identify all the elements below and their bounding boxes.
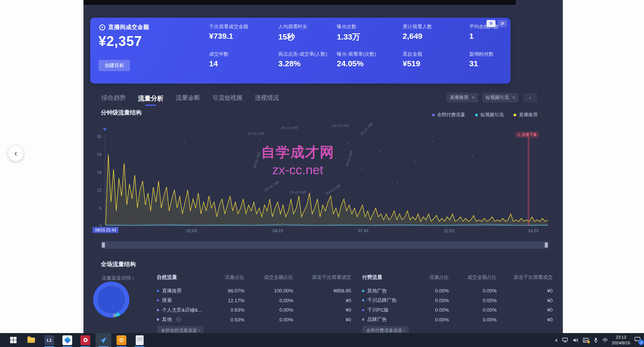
app-pointer-icon[interactable] bbox=[95, 333, 111, 347]
volume-icon[interactable] bbox=[573, 338, 579, 343]
paid-cell: 0.00% bbox=[449, 307, 497, 313]
natural-header: 自然流量流量占比成交金额占比渠道千次观看成交 bbox=[157, 273, 351, 282]
metric-5: 成交件数14 bbox=[209, 51, 273, 68]
paid-cell: 0.00% bbox=[449, 298, 497, 303]
table-row: 直播推荐86.07%100.00%¥858.65 bbox=[157, 286, 351, 296]
tab-0[interactable]: 综合趋势 bbox=[102, 94, 126, 106]
tab-2[interactable]: 流量诊断 bbox=[176, 94, 200, 106]
action-center-icon[interactable]: 3 bbox=[634, 336, 641, 344]
help-icon[interactable]: ? bbox=[176, 317, 181, 322]
natural-cell: 0.00% bbox=[244, 317, 293, 323]
paid-row-name: 品牌广告 bbox=[362, 316, 417, 323]
taskbar-clock[interactable]: 23:13 2024/8/16 bbox=[612, 335, 630, 345]
tab-4[interactable]: 违规情况 bbox=[255, 94, 279, 106]
traffic-donut-chart bbox=[93, 282, 129, 318]
y-tick-label: 6 bbox=[89, 206, 102, 210]
screenshot-tool-icon[interactable] bbox=[583, 338, 589, 343]
natural-cell: 0.00% bbox=[244, 307, 293, 313]
metric-label: 新增粉丝数 bbox=[469, 51, 533, 58]
filter-chip-0[interactable]: 直播推荐✕ bbox=[447, 93, 478, 102]
ime-indicator[interactable]: 中 bbox=[603, 337, 608, 344]
paid-row-label: 千川品牌广告 bbox=[367, 297, 397, 304]
filter-dropdown[interactable]: ˅ bbox=[523, 93, 537, 102]
natural-col-header-1: 成交金额占比 bbox=[244, 274, 293, 281]
natural-cell: 86.07% bbox=[213, 288, 244, 294]
notepad-icon[interactable] bbox=[132, 333, 147, 347]
clock-time: 23:13 bbox=[612, 335, 630, 340]
metric-value: 3.28% bbox=[278, 59, 342, 68]
metric-label: 成交件数 bbox=[209, 51, 273, 58]
clock-date: 2024/8/16 bbox=[612, 340, 630, 345]
x-tick-label: 14:23 bbox=[520, 228, 546, 233]
paid-cell: ¥0 bbox=[497, 298, 553, 303]
microphone-icon[interactable] bbox=[593, 337, 599, 343]
all-natural-channels-link[interactable]: 全部自然流量渠道 › bbox=[157, 326, 203, 333]
paid-cell: 0.00% bbox=[449, 288, 497, 294]
full-section-title: 全场流量结构 bbox=[101, 260, 136, 268]
network-icon[interactable] bbox=[562, 337, 568, 343]
natural-row-name: 个人主页&店铺&... bbox=[157, 307, 213, 314]
table-row: 其他?0.53%0.00%¥0 bbox=[157, 315, 351, 325]
paid-row-label: 品牌广告 bbox=[367, 316, 387, 323]
start-button[interactable] bbox=[5, 333, 21, 347]
natural-row-label: 搜索 bbox=[162, 297, 172, 304]
metric-0: 千次观看成交金额¥739.1 bbox=[209, 23, 273, 41]
natural-row-label: 其他 bbox=[162, 316, 172, 323]
tab-3[interactable]: 引流短视频 bbox=[212, 94, 242, 106]
table-row: 搜索12.17%0.00%¥0 bbox=[157, 296, 351, 306]
table-row: 千川PC版0.00%0.00%¥0 bbox=[362, 305, 553, 315]
natural-cell: 0.63% bbox=[213, 307, 244, 313]
paid-row-label: 千川PC版 bbox=[367, 307, 389, 314]
natural-row-label: 个人主页&店铺&... bbox=[162, 307, 202, 314]
filter-chip-label: 直播推荐 bbox=[450, 94, 468, 101]
metric-value: 1.33万 bbox=[337, 32, 401, 42]
legend-item-1[interactable]: 短视频引流 bbox=[475, 112, 504, 118]
natural-cell: ¥0 bbox=[293, 317, 351, 323]
paid-cell: ¥0 bbox=[497, 307, 553, 313]
legend-item-2[interactable]: 直播推荐 bbox=[514, 112, 538, 118]
traffic-filter-chips: 直播推荐✕短视频引流✕˅ bbox=[447, 93, 537, 102]
paid-cell: 0.00% bbox=[417, 298, 449, 303]
metric-label: 退款金额 bbox=[403, 51, 467, 58]
filter-chip-1[interactable]: 短视频引流✕ bbox=[482, 93, 518, 102]
metric-6: 商品点击-成交率(人数)3.28% bbox=[278, 51, 342, 68]
legend-item-0[interactable]: 全部付费流量 bbox=[432, 112, 465, 118]
y-tick-label: 18 bbox=[89, 170, 102, 175]
paid-col-header-0: 流量占比 bbox=[417, 274, 449, 281]
metric-value: ¥739.1 bbox=[209, 32, 273, 41]
minute-traffic-chart bbox=[105, 131, 549, 226]
metric-label: 曝光-观看率(次数) bbox=[337, 51, 401, 58]
app-red-icon[interactable] bbox=[77, 333, 93, 347]
metric-9: 新增粉丝数31 bbox=[469, 51, 533, 68]
chart-zoom-scrollbar[interactable] bbox=[101, 241, 549, 249]
file-explorer-icon[interactable] bbox=[23, 333, 39, 347]
stream-end-marker: ⚠ 直播下播 bbox=[515, 132, 539, 138]
app-orange-icon[interactable] bbox=[114, 333, 129, 347]
previous-button[interactable]: ‹ bbox=[8, 146, 23, 161]
gmv-card-title: 直播间成交金额 bbox=[108, 24, 149, 31]
watermark-scatter-0: zx-cc.net bbox=[281, 125, 298, 130]
channel-help-link[interactable]: 流量渠道说明 › bbox=[102, 275, 134, 282]
chip-close-icon[interactable]: ✕ bbox=[471, 95, 475, 100]
natural-cell: 100.00% bbox=[244, 288, 293, 294]
zoom-handle-right[interactable] bbox=[545, 242, 548, 248]
chart-legend: 全部付费流量短视频引流直播推荐 bbox=[432, 112, 538, 118]
app-lt-icon[interactable]: L1 bbox=[41, 333, 57, 347]
zoom-handle-left[interactable] bbox=[102, 242, 105, 248]
metric-label: 千次观看成交金额 bbox=[209, 23, 273, 30]
filter-chip-label: 短视频引流 bbox=[485, 94, 509, 101]
tab-1[interactable]: 流量分析 bbox=[138, 94, 164, 106]
donut-center bbox=[97, 285, 126, 314]
create-goal-button[interactable]: 创建目标 bbox=[98, 60, 130, 71]
app-teal-icon[interactable] bbox=[59, 333, 75, 347]
chip-close-icon[interactable]: ✕ bbox=[512, 95, 515, 100]
legend-label: 短视频引流 bbox=[480, 112, 504, 118]
metrics-grid: 千次观看成交金额¥739.1人均观看时长15秒曝光次数1.33万累计观看人数2,… bbox=[209, 23, 506, 80]
all-paid-channels-link[interactable]: 全部付费流量渠道 › bbox=[362, 326, 409, 333]
natural-row-name: 直播推荐 bbox=[157, 288, 213, 294]
metric-label: 商品点击-成交率(人数) bbox=[278, 51, 342, 58]
paid-cell: 0.00% bbox=[449, 317, 497, 323]
tray-expand-icon[interactable]: ∧ bbox=[555, 338, 558, 343]
table-row: 千川品牌广告0.00%0.00%¥0 bbox=[362, 296, 553, 306]
natural-row-name: 其他? bbox=[157, 316, 213, 323]
